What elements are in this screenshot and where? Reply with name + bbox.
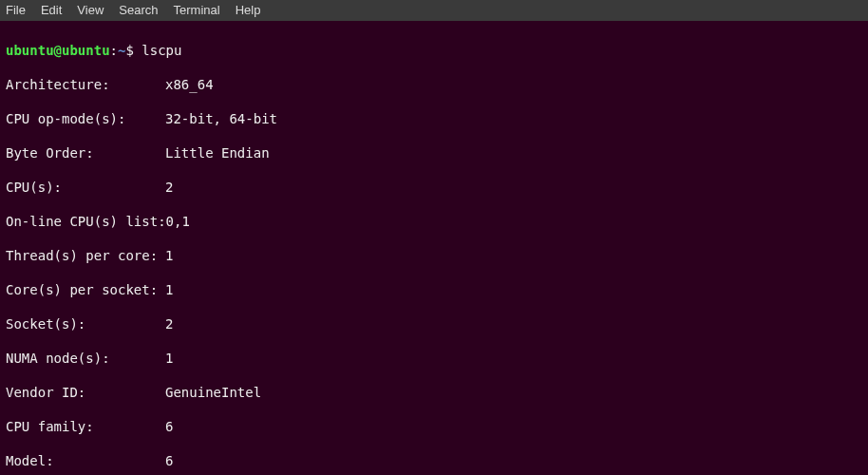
lscpu-cores-per-socket: Core(s) per socket:1: [6, 281, 862, 298]
lscpu-model: Model:6: [6, 452, 862, 469]
menu-help[interactable]: Help: [236, 2, 261, 19]
terminal-output[interactable]: ubuntu@ubuntu:~$ lscpu Architecture:x86_…: [0, 21, 868, 475]
lscpu-online: On-line CPU(s) list:0,1: [6, 213, 862, 230]
lscpu-cpus: CPU(s):2: [6, 179, 862, 196]
lscpu-vendor-id: Vendor ID:GenuineIntel: [6, 384, 862, 401]
lscpu-numa-nodes: NUMA node(s):1: [6, 350, 862, 367]
prompt-symbol: $: [125, 42, 133, 59]
prompt-user-host: ubuntu@ubuntu: [6, 42, 110, 59]
menu-search[interactable]: Search: [119, 2, 158, 19]
menu-edit[interactable]: Edit: [41, 2, 62, 19]
menu-file[interactable]: File: [6, 2, 26, 19]
lscpu-sockets: Socket(s):2: [6, 315, 862, 332]
lscpu-op-mode: CPU op-mode(s):32-bit, 64-bit: [6, 110, 862, 127]
prompt-path: ~: [118, 42, 125, 59]
prompt-colon: :: [110, 42, 118, 59]
lscpu-threads-per-core: Thread(s) per core:1: [6, 247, 862, 264]
lscpu-architecture: Architecture:x86_64: [6, 76, 862, 93]
command-text: lscpu: [142, 42, 181, 59]
menu-view[interactable]: View: [77, 2, 104, 19]
prompt-line-1: ubuntu@ubuntu:~$ lscpu: [6, 42, 862, 59]
menubar: File Edit View Search Terminal Help: [0, 0, 868, 21]
lscpu-cpu-family: CPU family:6: [6, 418, 862, 435]
menu-terminal[interactable]: Terminal: [174, 2, 220, 19]
lscpu-byte-order: Byte Order:Little Endian: [6, 144, 862, 162]
